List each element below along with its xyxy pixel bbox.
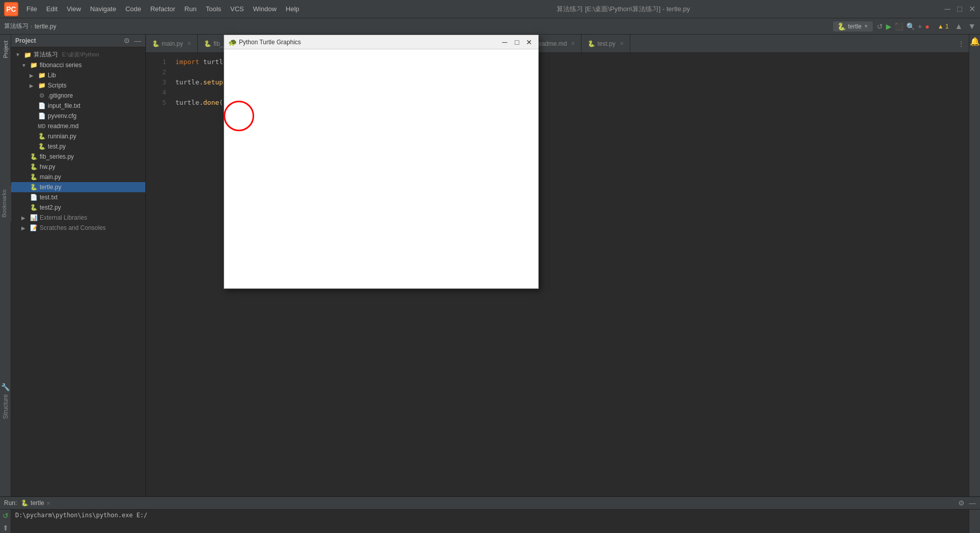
menu-window[interactable]: Window xyxy=(249,3,281,15)
warning-count[interactable]: ▲ 1 xyxy=(937,23,948,30)
run-header: Run: 🐍 tertle ✕ ⚙ — xyxy=(0,497,980,510)
menu-tools[interactable]: Tools xyxy=(202,3,225,15)
tree-item-hw[interactable]: 🐍 hw.py xyxy=(11,162,145,172)
warning-up-icon[interactable]: ▲ xyxy=(955,22,963,31)
menu-view[interactable]: View xyxy=(63,3,85,15)
breadcrumb-file[interactable]: tertle.py xyxy=(35,23,56,30)
breadcrumb-project[interactable]: 算法练习 xyxy=(4,22,28,31)
menu-bar: File Edit View Navigate Code Refactor Ru… xyxy=(22,3,303,15)
tree-arrow-fibonacci: ▼ xyxy=(21,63,27,68)
py-icon-tertle: 🐍 xyxy=(29,183,38,191)
tree-name-pyvenv: pyvenv.cfg xyxy=(48,112,76,120)
refresh-icon[interactable]: ↺ xyxy=(877,22,883,31)
menu-edit[interactable]: Edit xyxy=(42,3,62,15)
file-tree: ▼ 📁 算法练习 E:\桌面\Python ▼ 📁 fibonacci seri… xyxy=(11,47,145,496)
minimize-button[interactable]: ─ xyxy=(943,5,952,13)
run-tab-close[interactable]: ✕ xyxy=(46,500,50,506)
line-num-4: 4 xyxy=(146,87,166,98)
run-icon[interactable]: ▶ xyxy=(886,22,892,31)
tab-test-py[interactable]: 🐍 test.py ✕ xyxy=(581,35,630,53)
py-icon-test-n: 🐍 xyxy=(38,142,46,151)
tree-arrow-scripts: ▶ xyxy=(29,83,36,88)
tree-item-test2[interactable]: 🐍 test2.py xyxy=(11,202,145,213)
circle-icon[interactable]: ● xyxy=(925,22,929,31)
tree-item-readme[interactable]: MD readme.md xyxy=(11,121,145,131)
tree-item-main[interactable]: 🐍 main.py xyxy=(11,172,145,182)
tree-root-arrow: ▼ xyxy=(15,52,21,57)
panel-collapse-icon[interactable]: — xyxy=(134,37,141,45)
tab-close-test[interactable]: ✕ xyxy=(620,41,624,46)
tree-name-test-txt: test.txt xyxy=(40,194,57,201)
run-right-controls xyxy=(969,510,980,533)
add-icon[interactable]: + xyxy=(918,22,922,31)
run-output-text: D:\pycharm\python\ins\python.exe E:/ xyxy=(15,512,147,519)
warning-down-icon[interactable]: ▼ xyxy=(968,22,976,31)
bookmarks-sidebar-tab[interactable]: Bookmarks xyxy=(0,185,11,221)
menu-file[interactable]: File xyxy=(22,3,41,15)
tab-close-readme[interactable]: ✕ xyxy=(571,41,575,46)
tree-name-input-file: input_file.txt xyxy=(48,102,80,109)
turtle-maximize-button[interactable]: □ xyxy=(512,37,522,47)
tree-item-tertle[interactable]: 🐍 tertle.py xyxy=(11,182,145,192)
tab-overflow-menu[interactable]: ⋮ xyxy=(954,40,969,48)
panel-settings-icon[interactable]: ⚙ xyxy=(124,37,130,45)
tab-label-test: test.py xyxy=(597,40,615,47)
menu-refactor[interactable]: Refactor xyxy=(146,3,179,15)
tree-root[interactable]: ▼ 📁 算法练习 E:\桌面\Python xyxy=(11,49,145,60)
run-config-selector[interactable]: 🐍 tertle ▼ xyxy=(833,21,873,32)
menu-navigate[interactable]: Navigate xyxy=(86,3,120,15)
run-config-name: tertle xyxy=(848,23,862,30)
structure-icon[interactable]: 🔧 xyxy=(1,383,10,391)
search-icon[interactable]: 🔍 xyxy=(906,22,915,31)
tree-item-gitignore[interactable]: ⚙ .gitignore xyxy=(11,91,145,101)
tree-name-gitignore: .gitignore xyxy=(48,92,73,99)
line-num-1: 1 xyxy=(146,57,166,67)
tree-item-scripts[interactable]: ▶ 📁 Scripts xyxy=(11,80,145,91)
turtle-minimize-button[interactable]: ─ xyxy=(500,37,510,47)
run-label: Run: 🐍 tertle ✕ xyxy=(4,499,50,507)
tree-item-fibonacci[interactable]: ▼ 📁 fibonacci series xyxy=(11,60,145,70)
tree-name-main: main.py xyxy=(40,173,61,181)
breadcrumb-toolbar: 算法练习 › tertle.py 🐍 tertle ▼ ↺ ▶ ⬛ 🔍 + ● … xyxy=(0,18,980,35)
run-config-label: tertle xyxy=(30,499,44,507)
menu-help[interactable]: Help xyxy=(282,3,303,15)
tree-item-ext-libs[interactable]: ▶ 📊 External Libraries xyxy=(11,213,145,223)
run-minimize-icon[interactable]: — xyxy=(969,499,976,507)
maximize-button[interactable]: □ xyxy=(956,5,964,13)
menu-run[interactable]: Run xyxy=(180,3,201,15)
project-panel-header: Project ⚙ — xyxy=(11,35,145,47)
tree-item-fib[interactable]: 🐍 fib_series.py xyxy=(11,152,145,162)
tree-item-input-file[interactable]: 📄 input_file.txt xyxy=(11,101,145,111)
tree-item-test-nested[interactable]: 🐍 test.py xyxy=(11,141,145,152)
project-panel-tab[interactable]: Project xyxy=(1,37,10,62)
line-num-3: 3 xyxy=(146,77,166,87)
close-button[interactable]: ✕ xyxy=(968,5,976,13)
tab-icon-main: 🐍 xyxy=(152,40,160,47)
tab-label-main: main.py xyxy=(162,40,183,47)
cfg-icon-pyvenv: 📄 xyxy=(38,112,46,120)
run-stop-icon[interactable]: ⬆ xyxy=(3,524,9,532)
menu-vcs[interactable]: VCS xyxy=(226,3,248,15)
turtle-close-button[interactable]: ✕ xyxy=(524,37,534,47)
tree-item-runnian[interactable]: 🐍 runnian.py xyxy=(11,131,145,141)
tree-item-lib[interactable]: ▶ 📁 Lib xyxy=(11,70,145,80)
chart-icon-ext: 📊 xyxy=(29,214,38,222)
menu-code[interactable]: Code xyxy=(121,3,145,15)
tree-name-test2: test2.py xyxy=(40,204,61,211)
breadcrumb-sep: › xyxy=(30,23,33,30)
stop-icon[interactable]: ⬛ xyxy=(895,22,903,31)
run-settings-icon[interactable]: ⚙ xyxy=(958,499,965,507)
tab-close-main[interactable]: ✕ xyxy=(187,41,191,46)
structure-label[interactable]: Structure xyxy=(2,394,9,419)
tree-name-runnian: runnian.py xyxy=(48,133,76,140)
turtle-window-controls: ─ □ ✕ xyxy=(498,37,534,47)
notifications-icon[interactable]: 🔔 xyxy=(970,37,980,46)
run-restart-icon[interactable]: ↺ xyxy=(3,512,9,520)
tree-item-scratches[interactable]: ▶ 📝 Scratches and Consoles xyxy=(11,223,145,233)
tree-name-tertle: tertle.py xyxy=(40,184,62,191)
tree-name-readme: readme.md xyxy=(48,123,79,130)
tab-main-py[interactable]: 🐍 main.py ✕ xyxy=(146,35,198,53)
tree-item-pyvenv[interactable]: 📄 pyvenv.cfg xyxy=(11,111,145,121)
tree-item-test-txt[interactable]: 📄 test.txt xyxy=(11,192,145,202)
turtle-canvas xyxy=(224,49,538,288)
